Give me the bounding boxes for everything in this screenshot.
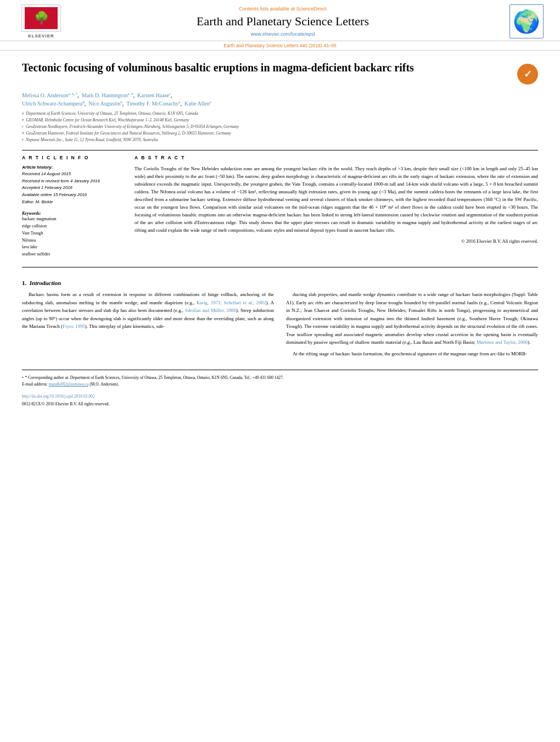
keyword-5: lava lake — [22, 244, 124, 251]
footnote-corresponding: * * Corresponding author at: Department … — [22, 375, 538, 381]
authors-line: Melissa O. Andersona, b, *, Mark D. Hann… — [22, 91, 538, 108]
article-title: Tectonic focusing of voluminous basaltic… — [22, 60, 517, 75]
email-suffix: (M.O. Anderson). — [89, 382, 119, 387]
page-wrapper: 🌳 ELSEVIER Contents lists available at S… — [0, 0, 560, 742]
affiliation-a: a Department of Earth Sciences, Universi… — [22, 110, 538, 117]
received-date: Received 14 August 2015 — [22, 171, 124, 178]
affiliation-d: d GeoZentrum Hannover, Federal Institute… — [22, 130, 538, 137]
author-schwarz: Ulrich Schwarz-Schampera — [22, 101, 82, 107]
abstract-label: A B S T R A C T — [135, 155, 538, 160]
journal-center: Contents lists available at ScienceDirec… — [66, 6, 500, 37]
author-haase: Karsten Haase — [137, 92, 169, 98]
affiliation-c-text: GeoZentrum Nordbayern, Friedrich-Alexand… — [26, 124, 239, 130]
section-1-heading: 1. Introduction — [22, 280, 538, 286]
article-title-section: Tectonic focusing of voluminous basaltic… — [22, 60, 538, 85]
keyword-4: Nifonea — [22, 237, 124, 244]
ref-fryer[interactable]: Fryer, 1995 — [63, 323, 85, 329]
footnote-email: E-mail address: mandle082@uottawa.ca (M.… — [22, 381, 538, 388]
intro-para-3: At the rifting stage of backarc basin fo… — [286, 350, 538, 358]
sciencedirect-link: Contents lists available at ScienceDirec… — [77, 6, 489, 12]
author-mcconachy: Timothy F. McConachy — [126, 101, 178, 107]
accepted-date: Accepted 1 February 2016 — [22, 185, 124, 192]
keyword-2: ridge collision — [22, 223, 124, 230]
elsevier-logo: 🌳 ELSEVIER — [16, 4, 66, 38]
intro-para-2: ducting slab properties, and mantle wedg… — [286, 291, 538, 347]
section-1-number: 1. — [22, 280, 26, 286]
doi-line[interactable]: http://dx.doi.org/10.1016/j.epsl.2016.02… — [22, 393, 538, 400]
affiliation-a-text: Department of Earth Sciences, University… — [26, 110, 198, 117]
affiliation-c: c GeoZentrum Nordbayern, Friedrich-Alexa… — [22, 124, 538, 130]
abstract-col: A B S T R A C T The Coriolis Troughs of … — [135, 155, 538, 258]
keywords-list: backarc magmatism ridge collision Vate T… — [22, 216, 124, 258]
journal-header: 🌳 ELSEVIER Contents lists available at S… — [0, 0, 560, 41]
affiliation-b: b GEOMAR, Helmholtz Centre for Ocean Res… — [22, 117, 538, 124]
elsevier-tree-icon: 🌳 — [34, 12, 49, 24]
elsevier-wordmark: ELSEVIER — [28, 34, 54, 38]
affiliations: a Department of Earth Sciences, Universi… — [22, 110, 538, 143]
affiliation-e-text: Neptune Minerals Inc., Suite 11, 12 Tyro… — [26, 137, 158, 143]
email-link[interactable]: mandle082@uottawa.ca — [49, 382, 89, 387]
journal-title: Earth and Planetary Science Letters — [77, 14, 489, 30]
citation-bar: Earth and Planetary Science Letters 440 … — [0, 41, 560, 51]
abstract-copyright: © 2016 Elsevier B.V. All rights reserved… — [135, 238, 538, 244]
section-divider-1 — [22, 150, 538, 150]
keyword-1: backarc magmatism — [22, 216, 124, 223]
earth-logo-box: 🌍 — [509, 4, 544, 38]
ref-sdrolias[interactable]: Sdrolias and Müller, 2006 — [185, 308, 236, 313]
section-1: 1. Introduction Backarc basins form as a… — [22, 280, 538, 361]
abstract-text: The Coriolis Troughs of the New Hebrides… — [135, 165, 538, 235]
journal-logo-right: 🌍 — [500, 4, 544, 38]
keyword-6: seafloor sulfides — [22, 251, 124, 258]
elsevier-logo-inner: 🌳 — [25, 7, 58, 29]
section-1-title: Introduction — [30, 280, 61, 286]
keywords-section: Keywords: backarc magmatism ridge collis… — [22, 210, 124, 258]
section-divider-2 — [22, 267, 538, 267]
ref-martinez[interactable]: Martinez and Taylor, 2006 — [477, 339, 528, 345]
doi-link[interactable]: http://dx.doi.org/10.1016/j.epsl.2016.02… — [22, 394, 95, 399]
article-info-col: A R T I C L E I N F O Article history: R… — [22, 155, 124, 258]
sciencedirect-prefix: Contents lists available at — [239, 6, 296, 12]
email-label: E-mail address: — [22, 382, 48, 387]
keywords-title: Keywords: — [22, 211, 41, 216]
article-info-label: A R T I C L E I N F O — [22, 155, 124, 160]
author-hannington: Mark D. Hannington — [82, 92, 128, 98]
body-col-left: Backarc basins form as a result of exten… — [22, 291, 274, 361]
crossmark-icon: ✓ — [524, 68, 532, 80]
editor-info: Editor: M. Bickle — [22, 199, 124, 206]
sciencedirect-anchor[interactable]: ScienceDirect — [296, 6, 327, 12]
earth-globe-icon: 🌍 — [513, 9, 540, 35]
available-date: Available online 15 February 2016 — [22, 192, 124, 199]
body-col-right: ducting slab properties, and mantle wedg… — [286, 291, 538, 361]
elsevier-logo-box: 🌳 — [21, 4, 61, 32]
crossmark-badge: ✓ — [517, 64, 538, 85]
ref-karig[interactable]: Karig, 1971; Schellart et al., 2002 — [197, 300, 266, 305]
author-anderson: Melissa O. Anderson — [22, 92, 68, 98]
copyright-footer: 0012-821X/© 2016 Elsevier B.V. All right… — [22, 401, 538, 408]
keyword-3: Vate Trough — [22, 230, 124, 237]
article-body: Tectonic focusing of voluminous basaltic… — [0, 51, 560, 417]
article-info-abstract: A R T I C L E I N F O Article history: R… — [22, 155, 538, 258]
history-title: Article history: — [22, 165, 124, 170]
affiliation-d-text: GeoZentrum Hannover, Federal Institute f… — [26, 130, 231, 137]
footnote-area: * * Corresponding author at: Department … — [22, 370, 538, 408]
footnote-text: * Corresponding author at: Department of… — [25, 375, 283, 380]
author-augustin: Nico Augustin — [88, 101, 120, 107]
revised-date: Received in revised form 4 January 2016 — [22, 178, 124, 185]
affiliation-e: e Neptune Minerals Inc., Suite 11, 12 Ty… — [22, 137, 538, 143]
footnote-star: * — [22, 376, 24, 380]
affiliation-b-text: GEOMAR, Helmholtz Centre for Ocean Resea… — [26, 117, 189, 124]
journal-url[interactable]: www.elsevier.com/locate/epsl — [77, 31, 489, 37]
author-allen: Katie Allen — [184, 101, 210, 107]
article-history: Article history: Received 14 August 2015… — [22, 165, 124, 206]
section-1-body: Backarc basins form as a result of exten… — [22, 291, 538, 361]
intro-para-1: Backarc basins form as a result of exten… — [22, 291, 274, 331]
